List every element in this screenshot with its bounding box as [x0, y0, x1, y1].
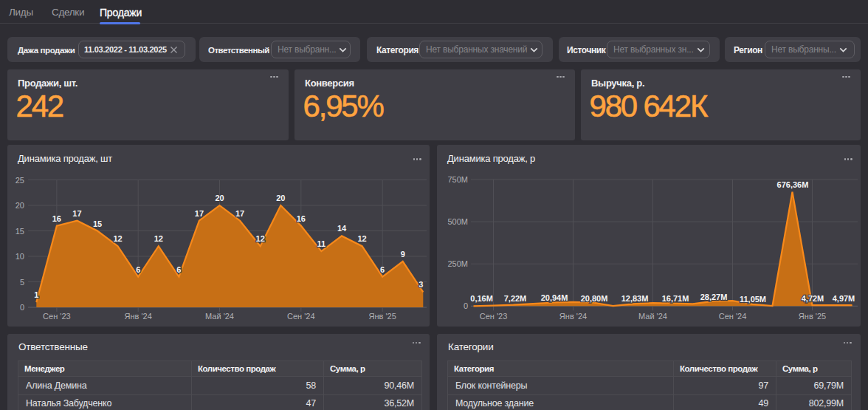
svg-text:14: 14	[337, 224, 347, 233]
svg-text:20: 20	[16, 201, 24, 210]
svg-text:15: 15	[16, 227, 24, 236]
svg-text:6: 6	[136, 265, 140, 274]
svg-text:Сен '24: Сен '24	[719, 312, 747, 321]
svg-text:20,94M: 20,94M	[541, 293, 568, 302]
svg-text:Май '24: Май '24	[638, 312, 667, 321]
svg-text:15: 15	[93, 219, 102, 228]
svg-text:16: 16	[297, 214, 306, 223]
svg-text:28,27M: 28,27M	[700, 293, 728, 301]
svg-text:Янв '24: Янв '24	[125, 312, 152, 321]
svg-text:20: 20	[215, 194, 224, 202]
svg-text:20,80M: 20,80M	[581, 294, 608, 303]
svg-text:12,83M: 12,83M	[621, 294, 649, 303]
svg-text:4,97M: 4,97M	[833, 294, 855, 303]
svg-text:6: 6	[176, 265, 181, 274]
svg-text:Янв '25: Янв '25	[799, 312, 826, 321]
svg-text:16: 16	[52, 214, 61, 223]
svg-text:5: 5	[20, 278, 24, 287]
svg-text:0: 0	[464, 301, 468, 310]
svg-text:3: 3	[418, 280, 423, 289]
svg-text:12: 12	[154, 234, 163, 243]
svg-text:25: 25	[16, 176, 24, 185]
svg-text:Май '24: Май '24	[205, 312, 234, 321]
svg-text:1: 1	[34, 290, 38, 299]
svg-text:0: 0	[20, 303, 24, 312]
svg-text:11,05M: 11,05M	[740, 295, 766, 304]
svg-text:Сен '23: Сен '23	[480, 312, 508, 321]
svg-text:12: 12	[113, 234, 122, 243]
svg-text:6: 6	[380, 265, 385, 274]
svg-text:676,36M: 676,36M	[777, 180, 809, 189]
svg-text:7,22M: 7,22M	[504, 294, 527, 303]
svg-text:20: 20	[276, 194, 285, 202]
svg-text:0,16M: 0,16M	[470, 294, 493, 303]
svg-text:Сен '23: Сен '23	[43, 312, 71, 321]
svg-text:12: 12	[256, 234, 265, 243]
svg-text:17: 17	[235, 209, 244, 218]
svg-text:12: 12	[357, 234, 366, 243]
svg-text:500M: 500M	[447, 217, 468, 226]
svg-text:750M: 750M	[447, 175, 468, 184]
svg-text:Янв '25: Янв '25	[369, 312, 396, 321]
svg-text:10: 10	[16, 252, 24, 261]
svg-text:17: 17	[72, 209, 81, 218]
svg-text:250M: 250M	[447, 259, 468, 268]
svg-text:16,71M: 16,71M	[662, 294, 689, 303]
svg-text:Сен '24: Сен '24	[287, 312, 315, 321]
svg-text:11: 11	[317, 239, 326, 248]
svg-text:Янв '24: Янв '24	[559, 312, 587, 321]
svg-text:4,72M: 4,72M	[802, 294, 824, 303]
svg-text:9: 9	[401, 250, 405, 259]
svg-text:17: 17	[195, 209, 204, 218]
